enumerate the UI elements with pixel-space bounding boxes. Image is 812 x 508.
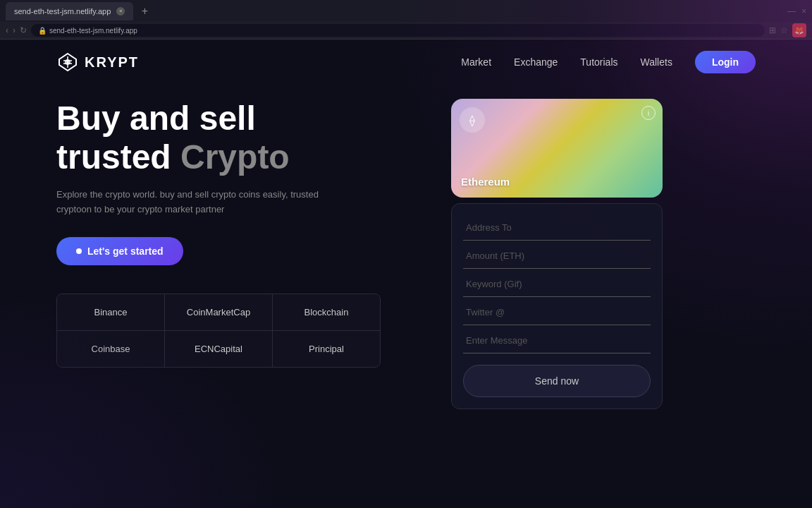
logo: KRYPT [56, 51, 139, 73]
nav-bar: ‹ › ↻ 🔒 send-eth-test-jsm.netlify.app ⊞ … [0, 22, 812, 39]
nav-wallets[interactable]: Wallets [641, 56, 672, 68]
form-panel: Send now [451, 203, 663, 409]
url-text: send-eth-test-jsm.netlify.app [49, 27, 137, 35]
info-icon[interactable]: i [641, 106, 656, 120]
amount-input[interactable] [463, 243, 651, 269]
partner-principal: Principal [273, 331, 380, 367]
left-section: Buy and sell trusted Crypto Explore the … [56, 99, 423, 368]
partner-binance: Binance [57, 294, 165, 330]
twitter-input[interactable] [463, 300, 651, 325]
browser-extension-icon[interactable]: 🦊 [792, 23, 806, 37]
hero-title: Buy and sell trusted Crypto [56, 99, 423, 176]
cta-label: Let's get started [87, 246, 164, 257]
login-button[interactable]: Login [695, 51, 756, 73]
keyword-input[interactable] [463, 272, 651, 297]
new-tab-button[interactable]: + [136, 3, 153, 20]
hero-description: Explore the crypto world. buy and sell c… [56, 188, 324, 217]
partner-coinmarketcap: CoinMarketCap [165, 294, 273, 330]
bookmark-icon[interactable]: ☆ [780, 25, 788, 35]
keyword-field [463, 272, 651, 297]
logo-text: KRYPT [85, 54, 139, 71]
nav-market[interactable]: Market [461, 56, 491, 68]
right-section: ⟠ i Ethereum [451, 99, 663, 409]
extensions-icon[interactable]: ⊞ [769, 25, 776, 35]
nav-exchange[interactable]: Exchange [514, 56, 558, 68]
main-nav: Market Exchange Tutorials Wallets Login [461, 51, 756, 73]
app-container: KRYPT Market Exchange Tutorials Wallets … [0, 40, 812, 508]
partner-coinbase: Coinbase [57, 331, 165, 367]
logo-icon [56, 51, 79, 73]
header: KRYPT Market Exchange Tutorials Wallets … [0, 40, 812, 85]
browser-minimize-icon[interactable]: — [787, 6, 796, 16]
eth-card-icon: ⟠ [460, 107, 485, 133]
lock-icon: 🔒 [38, 27, 47, 35]
tab-close-button[interactable]: × [116, 7, 125, 16]
ethereum-icon: ⟠ [469, 114, 475, 127]
hero-title-crypto: Crypto [180, 138, 290, 176]
message-input[interactable] [463, 328, 651, 353]
nav-tutorials[interactable]: Tutorials [580, 56, 617, 68]
address-to-field [463, 215, 651, 241]
partner-ecncapital: ECNCapital [165, 331, 273, 367]
cta-dot [76, 248, 82, 254]
browser-chrome: send-eth-test-jsm.netlify.app × + — × ‹ … [0, 0, 812, 40]
tab-bar: send-eth-test-jsm.netlify.app × + — × [0, 0, 812, 22]
eth-card-label: Ethereum [461, 176, 510, 188]
forward-icon[interactable]: › [13, 25, 16, 35]
amount-field [463, 243, 651, 269]
partners-row-1: Binance CoinMarketCap Blockchain [57, 294, 380, 331]
twitter-field [463, 300, 651, 325]
back-icon[interactable]: ‹ [6, 25, 8, 35]
partners-row-2: Coinbase ECNCapital Principal [57, 331, 380, 367]
hero-title-line2-plain: trusted [56, 138, 180, 176]
partner-blockchain: Blockchain [273, 294, 380, 330]
hero-title-line1: Buy and sell [56, 99, 256, 137]
url-bar[interactable]: 🔒 send-eth-test-jsm.netlify.app [31, 24, 765, 37]
eth-card: ⟠ i Ethereum [451, 99, 663, 198]
address-to-input[interactable] [463, 215, 651, 241]
message-field [463, 328, 651, 353]
tab-label: send-eth-test-jsm.netlify.app [14, 7, 111, 16]
partners-grid: Binance CoinMarketCap Blockchain Coinbas… [56, 294, 381, 368]
active-tab[interactable]: send-eth-test-jsm.netlify.app × [6, 2, 133, 20]
svg-point-0 [65, 59, 70, 65]
reload-icon[interactable]: ↻ [20, 25, 27, 35]
cta-button[interactable]: Let's get started [56, 237, 183, 265]
browser-close-icon[interactable]: × [801, 6, 806, 16]
main-content: Buy and sell trusted Crypto Explore the … [0, 85, 812, 409]
send-now-button[interactable]: Send now [463, 365, 651, 397]
